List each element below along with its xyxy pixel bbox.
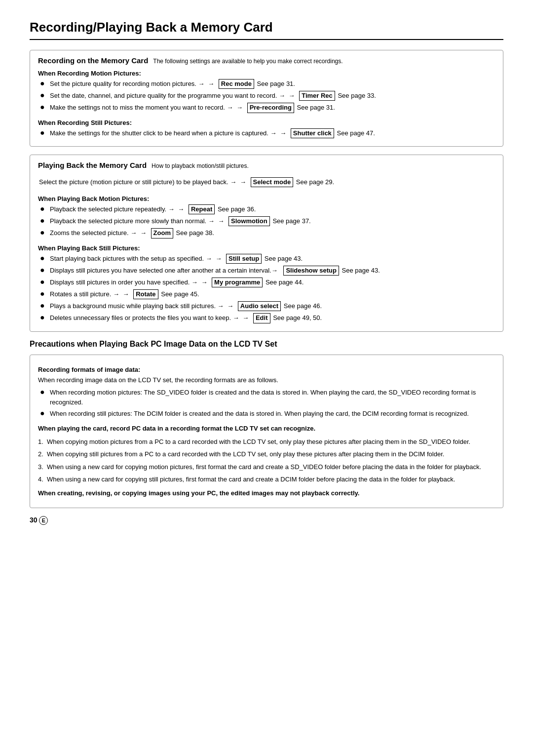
bold-note: When playing the card, record PC data in… — [38, 425, 495, 432]
playback-motion-header: When Playing Back Motion Pictures: — [38, 195, 495, 202]
bullet-text: Set the picture quality for recording mo… — [50, 79, 295, 89]
bullet-icon: ● — [40, 254, 48, 262]
list-item: ● Make the settings not to miss the mome… — [40, 103, 495, 113]
precaution-title: Precautions when Playing Back PC Image D… — [30, 340, 503, 349]
recording-section-header: Recording on the Memory Card The followi… — [38, 56, 495, 65]
select-mode-tag: Select mode — [251, 177, 294, 187]
list-item: ● Set the date, channel, and picture qua… — [40, 91, 495, 101]
bullet-icon: ● — [40, 278, 48, 286]
timer-rec-tag: Timer Rec — [299, 91, 335, 101]
list-item: ● When recording still pictures: The DCI… — [40, 409, 495, 419]
list-item: 2. When copying still pictures from a PC… — [38, 449, 495, 459]
list-item: ● Make the settings for the shutter clic… — [40, 128, 495, 138]
bullet-text: Start playing back pictures with the set… — [50, 254, 303, 264]
list-item: ● Displays still pictures you have selec… — [40, 266, 495, 276]
zoom-tag: Zoom — [151, 228, 173, 238]
list-item: ● Plays a background music while playing… — [40, 301, 495, 311]
bullet-icon: ● — [40, 290, 48, 298]
recording-formats-header: Recording formats of image data: — [38, 366, 495, 373]
recording-formats-intro: When recording image data on the LCD TV … — [38, 375, 495, 385]
bullet-text: Zooms the selected picture. → → Zoom See… — [50, 228, 214, 238]
bullet-icon: ● — [40, 266, 48, 274]
numbered-text: When copying motion pictures from a PC t… — [47, 437, 470, 447]
still-pictures-header: When Recording Still Pictures: — [38, 119, 495, 126]
list-item: ● Playback the selected picture more slo… — [40, 216, 495, 226]
rotate-tag: Rotate — [133, 289, 158, 299]
bullet-icon: ● — [40, 409, 48, 417]
rec-mode-tag: Rec mode — [219, 79, 254, 89]
list-item: ● Zooms the selected picture. → → Zoom S… — [40, 228, 495, 238]
list-number: 3. — [38, 462, 47, 472]
playback-section-header: Playing Back the Memory Card How to play… — [38, 161, 495, 169]
bullet-text: Playback the selected picture more slowl… — [50, 216, 311, 226]
bullet-text: Make the settings not to miss the moment… — [50, 103, 335, 113]
audio-select-tag: Audio select — [238, 301, 281, 311]
bullet-icon: ● — [40, 129, 48, 137]
recording-section-title: Recording on the Memory Card — [38, 56, 148, 65]
numbered-text: When using a new card for copying motion… — [47, 462, 481, 472]
list-item: ● Playback the selected picture repeated… — [40, 204, 495, 214]
bullet-text: When recording still pictures: The DCIM … — [50, 409, 469, 419]
bullet-text: Rotates a still picture. → → Rotate See … — [50, 289, 199, 299]
bullet-icon: ● — [40, 302, 48, 310]
shutter-click-tag: Shutter click — [291, 128, 334, 138]
bullet-text: Deletes unnecessary files or protects th… — [50, 313, 322, 323]
numbered-text: When using a new card for copying still … — [47, 475, 455, 484]
repeat-tag: Repeat — [189, 204, 215, 214]
numbered-text: When copying still pictures from a PC to… — [47, 449, 444, 459]
bullet-text: Displays still pictures in order you hav… — [50, 278, 304, 287]
recording-section: Recording on the Memory Card The followi… — [30, 50, 503, 147]
still-setup-tag: Still setup — [226, 254, 262, 264]
edit-tag: Edit — [253, 313, 270, 323]
bullet-text: Displays still pictures you have selecte… — [50, 266, 380, 276]
list-item: ● Start playing back pictures with the s… — [40, 254, 495, 264]
bullet-icon: ● — [40, 91, 48, 99]
bullet-text: Make the settings for the shutter click … — [50, 128, 375, 138]
pre-recording-tag: Pre-recording — [247, 103, 294, 113]
bullet-icon: ● — [40, 314, 48, 321]
list-item: 3. When using a new card for copying mot… — [38, 462, 495, 472]
bullet-text: When recording motion pictures: The SD_V… — [50, 388, 495, 407]
page-number: 30 — [30, 516, 38, 524]
list-item: ● Set the picture quality for recording … — [40, 79, 495, 89]
list-item: ● Rotates a still picture. → → Rotate Se… — [40, 289, 495, 299]
bullet-icon: ● — [40, 388, 48, 396]
page-label: E — [39, 516, 48, 525]
my-programme-tag: My programme — [212, 278, 263, 287]
list-number: 1. — [38, 437, 47, 447]
bullet-icon: ● — [40, 229, 48, 237]
playback-section: Playing Back the Memory Card How to play… — [30, 155, 503, 332]
precaution-section: Recording formats of image data: When re… — [30, 355, 503, 508]
list-item: ● When recording motion pictures: The SD… — [40, 388, 495, 407]
playback-section-title: Playing Back the Memory Card — [38, 161, 147, 169]
bullet-text: Plays a background music while playing b… — [50, 301, 322, 311]
bullet-text: Set the date, channel, and picture quali… — [50, 91, 376, 101]
recording-section-subtitle: The following settings are available to … — [153, 58, 343, 65]
slowmotion-tag: Slowmotion — [228, 216, 270, 226]
motion-pictures-header: When Recording Motion Pictures: — [38, 70, 495, 77]
list-number: 2. — [38, 449, 47, 459]
footer-bold: When creating, revising, or copying imag… — [38, 489, 495, 497]
slideshow-setup-tag: Slideshow setup — [283, 266, 339, 276]
bullet-icon: ● — [40, 205, 48, 213]
list-item: 4. When using a new card for copying sti… — [38, 475, 495, 484]
bullet-icon: ● — [40, 217, 48, 225]
bullet-text: Playback the selected picture repeatedly… — [50, 204, 256, 214]
page-number-line: 30 E — [30, 516, 503, 525]
list-item: ● Deletes unnecessary files or protects … — [40, 313, 495, 323]
playback-select-line: Select the picture (motion picture or st… — [38, 174, 495, 190]
playback-section-subtitle: How to playback motion/still pictures. — [152, 162, 249, 169]
playback-still-header: When Playing Back Still Pictures: — [38, 244, 495, 252]
bullet-icon: ● — [40, 80, 48, 87]
list-number: 4. — [38, 475, 47, 484]
page-title: Recording/Playing Back a Memory Card — [30, 20, 503, 40]
list-item: 1. When copying motion pictures from a P… — [38, 437, 495, 447]
list-item: ● Displays still pictures in order you h… — [40, 278, 495, 287]
bullet-icon: ● — [40, 103, 48, 111]
